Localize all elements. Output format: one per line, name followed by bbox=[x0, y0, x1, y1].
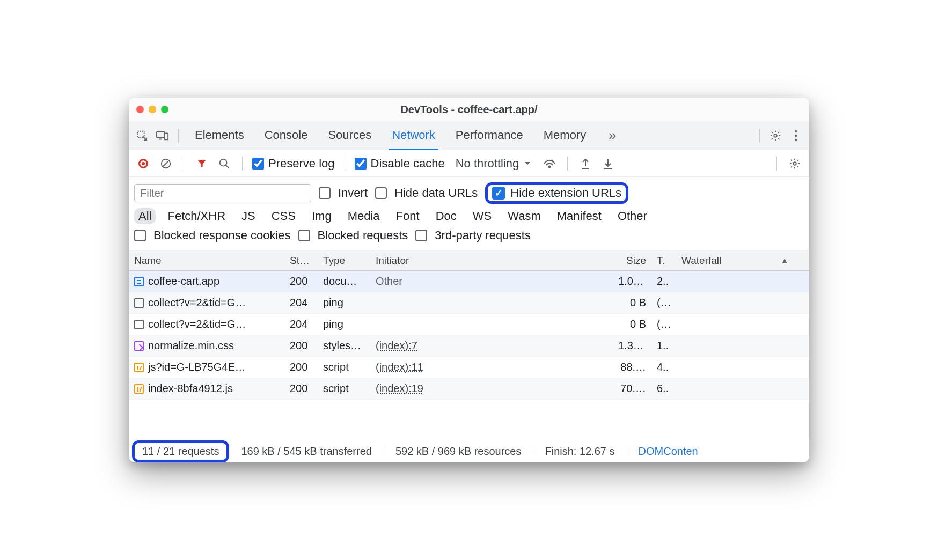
svg-point-10 bbox=[793, 162, 796, 165]
svg-point-6 bbox=[795, 138, 797, 141]
filter-input[interactable] bbox=[134, 184, 311, 202]
table-row[interactable]: js?id=G-LB75G4E…200script(index):1188.…4… bbox=[129, 357, 809, 378]
type-filter-other[interactable]: Other bbox=[613, 208, 651, 224]
type-cell: ping bbox=[318, 297, 370, 309]
more-tabs-icon[interactable]: » bbox=[604, 128, 620, 144]
col-time[interactable]: T. bbox=[651, 255, 676, 267]
requests-count: 11 / 21 requests bbox=[142, 445, 219, 457]
inspect-icon[interactable] bbox=[134, 128, 150, 144]
requests-highlight: 11 / 21 requests bbox=[132, 440, 229, 462]
type-filter-font[interactable]: Font bbox=[392, 208, 424, 224]
status-cell: 200 bbox=[284, 340, 318, 352]
search-icon[interactable] bbox=[216, 156, 232, 172]
type-filter-media[interactable]: Media bbox=[343, 208, 384, 224]
time-cell: (… bbox=[651, 318, 676, 330]
tab-sources[interactable]: Sources bbox=[326, 122, 373, 150]
tab-elements[interactable]: Elements bbox=[193, 122, 246, 150]
type-filter-img[interactable]: Img bbox=[307, 208, 336, 224]
type-filter-js[interactable]: JS bbox=[237, 208, 260, 224]
gear-icon[interactable] bbox=[787, 156, 803, 172]
size-cell: 0 B bbox=[613, 297, 651, 309]
domcontent-stat: DOMConten bbox=[627, 445, 710, 458]
separator bbox=[242, 157, 243, 171]
download-icon[interactable] bbox=[600, 156, 616, 172]
tab-console[interactable]: Console bbox=[262, 122, 310, 150]
initiator-link[interactable]: (index):7 bbox=[376, 340, 417, 351]
blocked-cookies-checkbox[interactable] bbox=[134, 230, 146, 241]
request-name: normalize.min.css bbox=[148, 340, 234, 352]
blank-file-icon bbox=[134, 298, 144, 308]
clear-icon[interactable] bbox=[158, 156, 174, 172]
col-initiator[interactable]: Initiator bbox=[370, 255, 613, 267]
throttling-label: No throttling bbox=[456, 157, 519, 171]
tab-network[interactable]: Network bbox=[390, 122, 437, 150]
blocked-cookies-label: Blocked response cookies bbox=[153, 229, 291, 242]
type-filter-css[interactable]: CSS bbox=[267, 208, 300, 224]
table-row[interactable]: normalize.min.css200styles…(index):71.3 … bbox=[129, 335, 809, 357]
status-cell: 200 bbox=[284, 361, 318, 373]
filter-icon[interactable] bbox=[194, 156, 210, 172]
hide-extension-checkbox[interactable]: ✓ bbox=[492, 187, 505, 200]
status-cell: 204 bbox=[284, 318, 318, 330]
time-cell: (… bbox=[651, 297, 676, 309]
hide-data-checkbox[interactable] bbox=[375, 187, 387, 199]
svg-rect-1 bbox=[157, 131, 165, 137]
col-status[interactable]: St… bbox=[284, 255, 318, 267]
table-row[interactable]: index-8bfa4912.js200script(index):1970.…… bbox=[129, 378, 809, 400]
js-file-icon bbox=[134, 363, 144, 372]
disable-cache-checkbox[interactable]: Disable cache bbox=[355, 157, 445, 171]
network-conditions-icon[interactable] bbox=[541, 156, 558, 172]
initiator-link[interactable]: (index):11 bbox=[376, 361, 423, 373]
separator bbox=[759, 129, 760, 143]
initiator-link[interactable]: (index):19 bbox=[376, 382, 423, 394]
hide-extension-highlight: ✓ Hide extension URLs bbox=[485, 182, 628, 204]
doc-file-icon bbox=[134, 277, 144, 286]
upload-icon[interactable] bbox=[577, 156, 593, 172]
devtools-window: DevTools - coffee-cart.app/ Elements Con… bbox=[129, 98, 809, 462]
table-row[interactable]: collect?v=2&tid=G…204ping0 B(… bbox=[129, 314, 809, 335]
request-name: index-8bfa4912.js bbox=[148, 382, 233, 395]
tabbar: Elements Console Sources Network Perform… bbox=[129, 121, 809, 150]
table-row[interactable]: coffee-cart.app200docu…Other1.0 …2.. bbox=[129, 271, 809, 292]
type-filter-fetchxhr[interactable]: Fetch/XHR bbox=[163, 208, 230, 224]
time-cell: 4.. bbox=[651, 361, 676, 373]
size-cell: 0 B bbox=[613, 318, 651, 330]
hide-data-label: Hide data URLs bbox=[394, 186, 478, 200]
type-filter-all[interactable]: All bbox=[134, 208, 156, 224]
disable-cache-label: Disable cache bbox=[371, 157, 445, 171]
svg-point-5 bbox=[795, 134, 797, 136]
request-name: collect?v=2&tid=G… bbox=[148, 318, 246, 330]
col-waterfall[interactable]: Waterfall ▲ bbox=[676, 255, 809, 267]
transferred-stat: 169 kB / 545 kB transferred bbox=[229, 445, 383, 458]
titlebar: DevTools - coffee-cart.app/ bbox=[129, 98, 809, 121]
throttling-select[interactable]: No throttling bbox=[451, 154, 536, 173]
request-table: Name St… Type Initiator Size T. Waterfal… bbox=[129, 250, 809, 440]
request-name: js?id=G-LB75G4E… bbox=[148, 361, 246, 373]
record-icon[interactable] bbox=[135, 156, 151, 172]
tab-performance[interactable]: Performance bbox=[453, 122, 525, 150]
type-filter-doc[interactable]: Doc bbox=[431, 208, 461, 224]
table-row[interactable]: collect?v=2&tid=G…204ping0 B(… bbox=[129, 292, 809, 314]
request-name: collect?v=2&tid=G… bbox=[148, 297, 246, 309]
blocked-requests-checkbox[interactable] bbox=[298, 230, 310, 241]
blocked-requests-label: Blocked requests bbox=[318, 229, 408, 242]
kebab-icon[interactable] bbox=[788, 128, 804, 144]
type-filter-manifest[interactable]: Manifest bbox=[553, 208, 606, 224]
initiator-text: Other bbox=[376, 275, 402, 287]
invert-checkbox[interactable] bbox=[319, 187, 331, 199]
col-type[interactable]: Type bbox=[318, 255, 370, 267]
third-party-checkbox[interactable] bbox=[415, 230, 427, 241]
col-size[interactable]: Size bbox=[613, 255, 651, 267]
tab-memory[interactable]: Memory bbox=[541, 122, 588, 150]
blank-file-icon bbox=[134, 320, 144, 329]
device-toggle-icon[interactable] bbox=[155, 128, 171, 144]
gear-icon[interactable] bbox=[767, 128, 783, 144]
type-filter-ws[interactable]: WS bbox=[468, 208, 496, 224]
status-cell: 200 bbox=[284, 275, 318, 288]
size-cell: 70.… bbox=[613, 382, 651, 395]
col-name[interactable]: Name bbox=[129, 255, 284, 267]
preserve-log-checkbox[interactable]: Preserve log bbox=[252, 157, 335, 171]
type-filter-wasm[interactable]: Wasm bbox=[503, 208, 545, 224]
sort-asc-icon: ▲ bbox=[780, 256, 804, 266]
status-cell: 204 bbox=[284, 297, 318, 309]
